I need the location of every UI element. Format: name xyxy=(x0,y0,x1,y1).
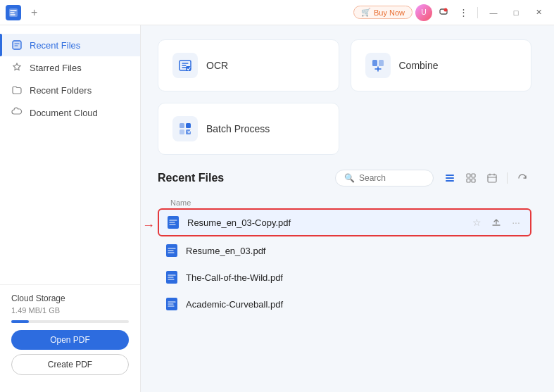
sidebar-item-recent-files[interactable]: Recent Files xyxy=(0,34,140,56)
storage-bar-background xyxy=(11,320,129,323)
sidebar-item-document-cloud[interactable]: Document Cloud xyxy=(0,101,140,124)
menu-icon[interactable]: ⋮ xyxy=(455,4,472,21)
sidebar-label-recent-files: Recent Files xyxy=(30,40,80,51)
recent-files-section-header: Recent Files 🔍 xyxy=(158,169,531,187)
cloud-storage-label: Cloud Storage xyxy=(11,293,129,303)
sidebar: Recent Files Starred Files Recent Folder… xyxy=(0,25,141,392)
search-input[interactable] xyxy=(359,173,415,183)
file-row[interactable]: Academic-Curveball.pdf xyxy=(158,291,531,317)
svg-rect-9 xyxy=(180,123,184,128)
column-headers: Name xyxy=(158,196,531,208)
storage-usage: 1.49 MB/1 GB xyxy=(11,306,129,315)
user-avatar[interactable]: U xyxy=(415,4,432,21)
sidebar-item-starred-files[interactable]: Starred Files xyxy=(0,56,140,79)
svg-rect-10 xyxy=(186,123,191,128)
create-pdf-button[interactable]: Create PDF xyxy=(11,354,129,375)
svg-rect-15 xyxy=(446,180,454,182)
pdf-file-icon xyxy=(166,215,180,229)
ocr-card[interactable]: OCR xyxy=(158,39,339,91)
upload-button[interactable] xyxy=(489,215,503,229)
ocr-label: OCR xyxy=(206,60,228,71)
view-controls xyxy=(441,169,531,187)
app-logo xyxy=(6,5,21,20)
tool-cards-row1: OCR Combine xyxy=(158,39,531,91)
file-name: Academic-Curveball.pdf xyxy=(186,299,524,310)
file-row[interactable]: Resume_en_03.pdf xyxy=(158,238,531,263)
svg-point-2 xyxy=(444,8,448,11)
file-list: → Resume_en_03-Copy.pdf ☆ xyxy=(158,208,531,317)
search-box[interactable]: 🔍 xyxy=(335,170,434,186)
svg-rect-3 xyxy=(13,41,21,49)
file-actions: ☆ ··· xyxy=(470,215,523,229)
app-body: Recent Files Starred Files Recent Folder… xyxy=(0,25,554,392)
notification-icon[interactable] xyxy=(435,4,452,21)
document-cloud-icon xyxy=(11,107,23,118)
storage-bar-fill xyxy=(11,320,29,323)
file-name: The-Call-of-the-Wild.pdf xyxy=(186,272,524,283)
scrollbar-area xyxy=(548,25,554,392)
recent-files-icon xyxy=(11,39,23,51)
recent-files-title: Recent Files xyxy=(158,172,335,184)
titlebar: + 🛒 Buy Now U ⋮ — □ ✕ xyxy=(0,0,554,25)
file-row[interactable]: The-Call-of-the-Wild.pdf xyxy=(158,265,531,290)
star-button[interactable]: ☆ xyxy=(470,215,484,229)
file-name: Resume_en_03-Copy.pdf xyxy=(187,217,462,228)
batch-process-icon xyxy=(172,116,198,141)
add-tab-button[interactable]: + xyxy=(27,5,42,20)
maximize-button[interactable]: □ xyxy=(506,3,526,23)
minimize-button[interactable]: — xyxy=(484,3,503,23)
close-button[interactable]: ✕ xyxy=(529,3,548,23)
grid-view-button[interactable] xyxy=(462,169,480,187)
sidebar-label-starred-files: Starred Files xyxy=(30,63,82,73)
batch-process-label: Batch Process xyxy=(206,123,270,134)
tool-cards-row2: Batch Process xyxy=(158,103,531,155)
svg-rect-18 xyxy=(467,179,470,182)
ocr-icon xyxy=(172,53,198,78)
pdf-file-icon xyxy=(165,270,179,284)
main-content: OCR Combine xyxy=(141,25,548,392)
file-name: Resume_en_03.pdf xyxy=(186,246,524,256)
svg-rect-17 xyxy=(472,174,475,177)
pdf-file-icon xyxy=(165,244,179,258)
sidebar-label-document-cloud: Document Cloud xyxy=(30,108,98,118)
svg-rect-19 xyxy=(472,179,475,182)
buy-now-button[interactable]: 🛒 Buy Now xyxy=(353,6,413,19)
svg-rect-8 xyxy=(379,60,384,66)
open-pdf-button[interactable]: Open PDF xyxy=(11,330,129,350)
sidebar-item-recent-folders[interactable]: Recent Folders xyxy=(0,79,140,101)
sidebar-bottom: Cloud Storage 1.49 MB/1 GB Open PDF Crea… xyxy=(0,284,140,384)
file-row[interactable]: Resume_en_03-Copy.pdf ☆ ··· xyxy=(158,208,531,236)
svg-rect-16 xyxy=(467,174,470,177)
more-options-button[interactable]: ··· xyxy=(509,215,523,229)
col-name-header: Name xyxy=(165,196,196,210)
calendar-view-button[interactable] xyxy=(483,169,501,187)
combine-icon xyxy=(365,53,391,78)
starred-files-icon xyxy=(11,62,23,73)
combine-label: Combine xyxy=(399,60,439,71)
svg-rect-14 xyxy=(446,177,454,179)
list-view-button[interactable] xyxy=(441,169,459,187)
combine-card[interactable]: Combine xyxy=(351,39,532,91)
sidebar-label-recent-folders: Recent Folders xyxy=(30,85,92,96)
pdf-file-icon xyxy=(165,297,179,311)
recent-folders-icon xyxy=(11,84,23,96)
search-icon: 🔍 xyxy=(344,173,355,183)
svg-rect-20 xyxy=(488,175,496,182)
refresh-button[interactable] xyxy=(513,169,531,187)
cart-icon: 🛒 xyxy=(361,8,371,17)
titlebar-right: 🛒 Buy Now U ⋮ — □ ✕ xyxy=(353,3,548,23)
svg-rect-7 xyxy=(372,60,377,66)
svg-rect-11 xyxy=(180,129,184,134)
selected-arrow: → xyxy=(142,218,155,233)
svg-rect-13 xyxy=(446,175,454,176)
batch-process-card[interactable]: Batch Process xyxy=(158,103,339,155)
